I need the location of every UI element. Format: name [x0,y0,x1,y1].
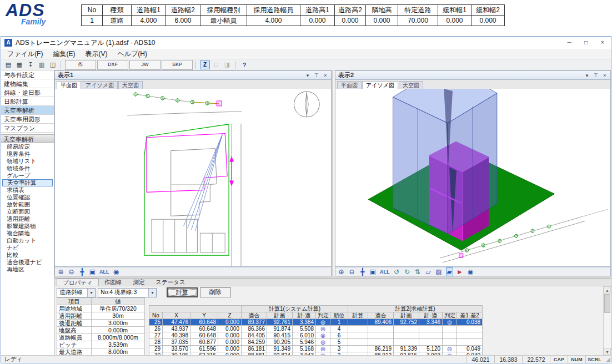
chevron-down-icon[interactable]: ▾ [305,73,310,78]
scroll-up-icon[interactable]: ▲ [604,286,611,294]
results-calc-flag[interactable] [348,326,368,332]
camera-icon[interactable]: ◉ [467,268,474,276]
close-button[interactable]: × [594,37,611,49]
dxf-export-button[interactable]: DXF [97,60,128,70]
skp-export-button[interactable]: SKP [162,60,193,70]
import-icon[interactable]: ↧ [26,60,36,69]
menu-item[interactable]: ヘルプ(H) [112,49,152,59]
sidebar-subitem[interactable]: ナビ [1,244,54,251]
isometric-canvas[interactable] [335,89,611,267]
walkthrough-icon[interactable]: ► [457,268,464,276]
pan-icon[interactable]: ╋ [78,268,86,276]
sidebar-item[interactable]: マスプラン [1,124,54,133]
results-row[interactable]: 29 33.570 61.596 0.000 86.181 91.349 5.1… [149,346,483,352]
sidebar-item[interactable]: 日影計算 [1,97,54,106]
separator[interactable] [235,61,237,69]
view-tab[interactable]: 平面図 [57,81,81,89]
menu-item[interactable]: ファイル(F) [2,49,48,59]
menu-item[interactable]: 表示(V) [80,49,112,59]
property-row[interactable]: 地盤高 0.000m [57,327,145,334]
sidebar-subitem[interactable]: 求積表 [1,186,54,194]
sidebar-subitem[interactable]: 立断面図 [1,208,54,215]
close-icon[interactable]: × [323,73,328,78]
results-calc-flag[interactable] [348,339,368,346]
sidebar-subitem[interactable]: 影響建築物 [1,223,54,230]
panel-tab[interactable]: ステータス [150,279,190,286]
print-preview-icon[interactable]: ◫ [48,60,58,69]
maximize-button[interactable]: □ [578,37,594,49]
zoom-out-icon[interactable]: ⊖ [68,268,75,276]
view-tab[interactable]: 天空図 [399,81,423,89]
results-row[interactable]: 28 37.035 60.877 0.000 84.259 90.205 5.9… [149,339,483,346]
scroll-down-icon[interactable]: ▼ [604,348,611,355]
panel-scrollbar[interactable]: ▲ ▼ [603,286,611,355]
hidden-line-view-icon[interactable]: ▨ [435,268,443,276]
sidebar-item[interactable]: 与条件設定 [1,70,54,79]
save-icon[interactable]: ▦ [14,60,24,69]
sidebar-subitem[interactable]: 領域条件 [1,165,54,172]
zoom-window-icon[interactable]: ▣ [89,268,96,276]
property-row[interactable]: 用途地域 準住居/70/320 [57,305,145,312]
sidebar-item[interactable]: 建物編集 [1,79,54,88]
results-calc-flag[interactable] [348,346,368,352]
sidebar-subitem[interactable]: 適用距離 [1,215,54,223]
help-icon[interactable]: ? [239,60,249,69]
model-view-icon[interactable]: ◻ [211,60,221,69]
camera-icon[interactable]: ◉ [113,268,120,276]
view-tab[interactable]: アイソメ図 [362,81,398,89]
rotate-vertical-icon[interactable]: ⇅ [414,268,422,276]
jw-export-button[interactable]: JW [129,60,160,70]
zoom-all-button[interactable]: ALL [380,268,390,276]
zoom-out-icon[interactable]: ⊖ [348,268,355,276]
results-calc-flag[interactable] [348,319,368,326]
property-row[interactable]: 道路幅員 8.000m/8.000m [57,334,145,341]
sidebar-subitem[interactable]: 自動カット [1,237,54,244]
rotate-left-icon[interactable]: ↺ [393,268,400,276]
zoom-all-button[interactable]: ALL [99,268,109,276]
panel-tab[interactable]: 作図線 [99,279,128,286]
sidebar-subitem[interactable]: 再地区 [1,266,54,273]
results-row[interactable]: 26 43.937 60.648 0.000 86.366 91.874 5.5… [149,326,483,332]
sidebar-subitem[interactable]: 適合後退ナビ [1,259,54,266]
sidebar-subitem[interactable]: グループ [1,172,54,179]
boundary-select[interactable]: No:4 境界線:3 ▾ [98,288,157,297]
sidebar-item[interactable]: 天空率用図形 [1,115,54,124]
open-icon[interactable]: ▤ [3,60,13,69]
property-row[interactable]: 後退距離 3.000m [57,320,145,327]
pin-icon[interactable]: ⊤ [593,73,599,78]
wireframe-view-icon[interactable]: ▱ [425,268,432,276]
view-tab[interactable]: アイソメ図 [82,81,118,89]
menu-item[interactable]: 編集(E) [48,49,80,59]
sidebar-subitem[interactable]: 複合隣地 [1,230,54,237]
panel-tab[interactable]: プロパティ [57,279,99,286]
sidebar-subitem[interactable]: 境界条件 [1,150,54,158]
property-row[interactable]: 最大道路 8.000m [57,348,145,356]
scroll-thumb[interactable] [604,294,610,313]
zoom-in-icon[interactable]: ⊕ [338,268,345,276]
view-tab[interactable]: 天空図 [118,81,143,89]
results-calc-flag[interactable] [348,332,368,339]
resize-grip[interactable]: ◢ [603,356,611,362]
sidebar-subitem[interactable]: 比較 [1,251,54,259]
line-type-select[interactable]: 道路斜線 ▾ [57,288,96,297]
zoom-window-icon[interactable]: ▣ [369,268,377,276]
plan-canvas[interactable] [54,89,332,267]
results-row[interactable]: 27 40.398 60.648 0.000 84.405 90.415 6.0… [149,332,483,339]
separator[interactable] [195,61,197,69]
shaded-view-icon[interactable]: ▰ [446,267,453,276]
close-icon[interactable]: × [602,73,608,78]
calc-button[interactable]: 計算 [167,287,198,297]
section-view-icon[interactable]: ◨ [222,60,232,69]
property-row[interactable]: 適用距離 30m [57,312,145,320]
chevron-down-icon[interactable]: ▾ [584,73,590,78]
rotate-right-icon[interactable]: ↻ [404,268,411,276]
titlebar[interactable]: A ADSトレーニングマニュアル (1).adsf - ADS10 ─□× [1,37,611,49]
sidebar-subitem[interactable]: 領域リスト [1,158,54,165]
pan-icon[interactable]: ╋ [359,268,366,276]
sidebar-item[interactable]: 斜線・逆日影 [1,88,54,97]
panel-tab[interactable]: 測定 [127,279,150,286]
delete-button[interactable]: 削除 [200,287,231,297]
separator[interactable] [61,61,62,69]
z-mode-button[interactable]: Z [200,60,210,69]
results-row[interactable]: 25 47.476 60.648 0.000 89.377 92.761 3.3… [149,319,483,326]
